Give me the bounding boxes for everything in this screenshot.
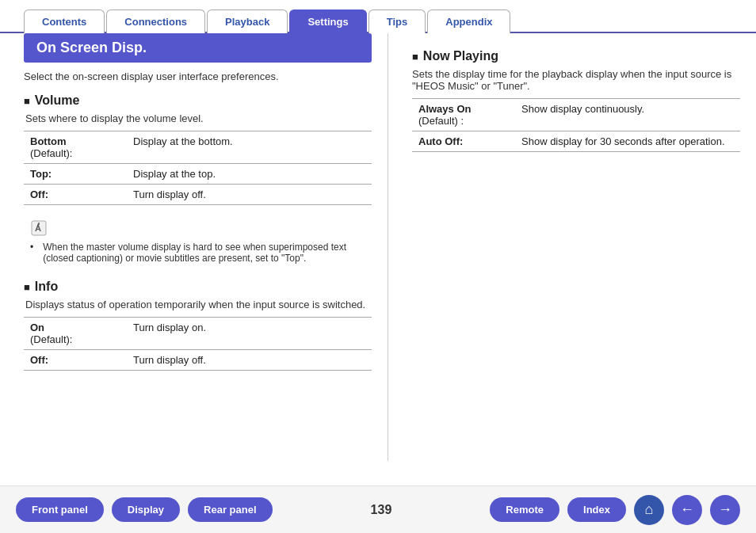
now-playing-heading: Now Playing bbox=[412, 49, 740, 63]
volume-off-label: Off: bbox=[24, 185, 127, 205]
front-panel-button[interactable]: Front panel bbox=[16, 497, 104, 522]
rear-panel-button[interactable]: Rear panel bbox=[188, 497, 272, 522]
bottom-nav: Front panel Display Rear panel 139 Remot… bbox=[0, 485, 756, 533]
table-row: Top: Display at the top. bbox=[24, 164, 372, 185]
volume-off-value: Turn display off. bbox=[127, 185, 372, 205]
left-column: On Screen Disp. Select the on-screen dis… bbox=[0, 33, 388, 461]
info-off-label: Off: bbox=[24, 350, 127, 371]
info-on-label: On(Default): bbox=[24, 318, 127, 350]
content-area: On Screen Disp. Select the on-screen dis… bbox=[0, 33, 756, 461]
always-on-label: Always On(Default) : bbox=[412, 99, 515, 131]
pencil-icon bbox=[30, 219, 365, 239]
display-button[interactable]: Display bbox=[112, 497, 180, 522]
auto-off-label: Auto Off: bbox=[412, 131, 515, 152]
volume-top-value: Display at the top. bbox=[127, 164, 372, 185]
right-column: Now Playing Sets the display time for th… bbox=[388, 33, 756, 461]
volume-heading: Volume bbox=[24, 93, 372, 108]
tab-settings[interactable]: Settings bbox=[289, 10, 366, 33]
nav-tabs: Contents Connections Playback Settings T… bbox=[0, 0, 756, 33]
tab-connections[interactable]: Connections bbox=[106, 10, 205, 33]
bottom-nav-left: Front panel Display Rear panel bbox=[16, 497, 273, 522]
table-row: Auto Off: Show display for 30 seconds af… bbox=[412, 131, 740, 152]
tab-playback[interactable]: Playback bbox=[207, 10, 288, 33]
page-banner: On Screen Disp. bbox=[24, 33, 372, 63]
index-button[interactable]: Index bbox=[567, 497, 626, 522]
remote-button[interactable]: Remote bbox=[490, 497, 559, 522]
volume-bottom-value: Display at the bottom. bbox=[127, 131, 372, 164]
table-row: Always On(Default) : Show display contin… bbox=[412, 99, 740, 131]
info-heading: Info bbox=[24, 280, 372, 294]
now-playing-table: Always On(Default) : Show display contin… bbox=[412, 98, 740, 152]
info-body: Displays status of operation temporarily… bbox=[25, 299, 372, 310]
tab-appendix[interactable]: Appendix bbox=[427, 10, 510, 33]
table-row: On(Default): Turn display on. bbox=[24, 318, 372, 350]
now-playing-desc: Sets the display time for the playback d… bbox=[412, 68, 740, 92]
home-button[interactable]: ⌂ bbox=[634, 495, 664, 525]
volume-bottom-label: Bottom(Default): bbox=[24, 131, 127, 164]
volume-table: Bottom(Default): Display at the bottom. … bbox=[24, 131, 372, 205]
bullet: • bbox=[30, 242, 33, 253]
auto-off-value: Show display for 30 seconds after operat… bbox=[515, 131, 740, 152]
tab-contents[interactable]: Contents bbox=[24, 10, 105, 33]
table-row: Bottom(Default): Display at the bottom. bbox=[24, 131, 372, 164]
tab-tips[interactable]: Tips bbox=[368, 10, 426, 33]
back-button[interactable]: ← bbox=[672, 495, 702, 525]
volume-top-label: Top: bbox=[24, 164, 127, 185]
always-on-value: Show display continuously. bbox=[515, 99, 740, 131]
info-table: On(Default): Turn display on. Off: Turn … bbox=[24, 317, 372, 371]
note-row: • When the master volume display is hard… bbox=[30, 242, 365, 264]
table-row: Off: Turn display off. bbox=[24, 350, 372, 371]
table-row: Off: Turn display off. bbox=[24, 185, 372, 205]
page-number: 139 bbox=[371, 503, 392, 517]
forward-button[interactable]: → bbox=[710, 495, 740, 525]
note-text: When the master volume display is hard t… bbox=[43, 242, 365, 264]
note-box: • When the master volume display is hard… bbox=[24, 215, 372, 268]
info-off-value: Turn display off. bbox=[127, 350, 372, 371]
page-description: Select the on-screen display user interf… bbox=[24, 70, 372, 82]
bottom-nav-right: Remote Index ⌂ ← → bbox=[490, 495, 740, 525]
info-on-value: Turn display on. bbox=[127, 318, 372, 350]
volume-body: Sets where to display the volume level. bbox=[25, 112, 372, 124]
